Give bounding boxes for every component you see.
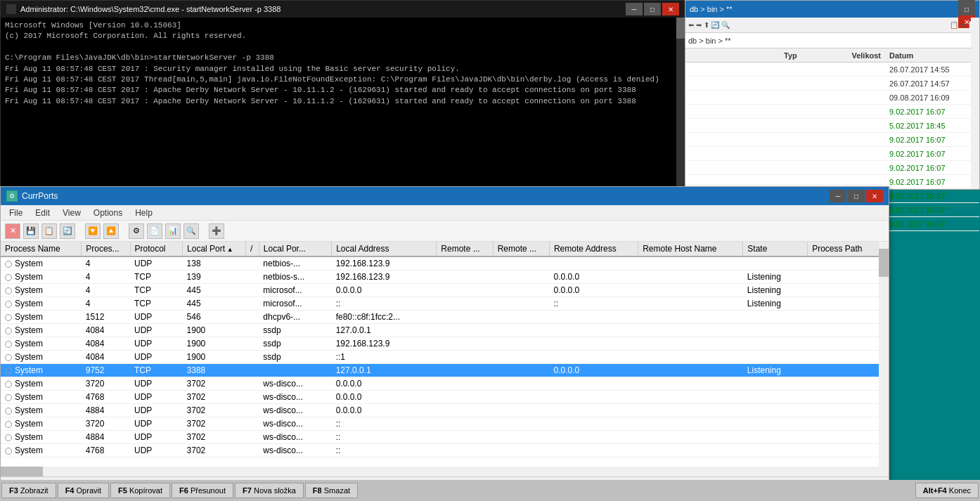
task-altf4-button[interactable]: Alt+F4 Konec: [915, 483, 979, 498]
cmd-window: Administrator: C:\Windows\System32\cmd.e…: [0, 0, 685, 190]
cmd-line-1: (c) 2017 Microsoft Corporation. All righ…: [5, 31, 681, 41]
cmd-scrollbar-thumb[interactable]: [676, 18, 685, 39]
menu-edit[interactable]: Edit: [30, 207, 56, 219]
tb-report-button[interactable]: 📊: [165, 223, 181, 239]
fm-list-item[interactable]: 26.07.2017 14:55: [685, 63, 979, 77]
currports-scrollbar-thumb[interactable]: [879, 249, 889, 277]
currports-table: Process Name Proces... Protocol Local Po…: [1, 242, 889, 457]
col-remote-port[interactable]: Remote ...: [437, 242, 493, 256]
col-sort-indicator[interactable]: /: [246, 242, 259, 256]
fm-col-date: Datum: [885, 51, 976, 60]
task-f3-button[interactable]: F3 Zobrazit: [1, 483, 56, 498]
col-local-port[interactable]: Local Port: [183, 242, 246, 256]
fm-list-item[interactable]: 26.07.2017 14:57: [685, 77, 979, 91]
fm-list-item[interactable]: 9.02.2017 16:07: [685, 161, 979, 175]
cmd-scrollbar[interactable]: [676, 18, 685, 189]
cmd-content: Microsoft Windows [Version 10.0.15063] (…: [1, 18, 685, 189]
fm-list-item[interactable]: 9.02.2017 16:07: [685, 105, 979, 119]
cmd-close-button[interactable]: ✕: [662, 3, 679, 15]
table-row[interactable]: System 1512 UDP 546 dhcpv6-... fe80::c8f…: [1, 311, 889, 324]
currports-win-controls: ─ □ ✕: [830, 190, 883, 202]
table-row[interactable]: System 4084 UDP 1900 ssdp 192.168.123.9: [1, 337, 889, 351]
table-row[interactable]: System 4884 UDP 3702 ws-disco... 0.0.0.0: [1, 404, 889, 417]
fm-col-size: Velikost: [829, 51, 885, 60]
task-f7-button[interactable]: F7 Nova složka: [235, 483, 304, 498]
fm-list-item[interactable]: 9.02.2017 16:07: [685, 147, 979, 161]
tb-filter1-button[interactable]: 🔽: [85, 223, 101, 239]
taskbar: F3 Zobrazit F4 Opravit F5 Kopírovat F6 P…: [0, 480, 980, 501]
col-remote-address[interactable]: Remote Address: [549, 242, 638, 256]
cmd-line-0: Microsoft Windows [Version 10.0.15063]: [5, 20, 681, 31]
tb-misc-button[interactable]: ➕: [209, 223, 224, 239]
tb-copy-button[interactable]: 📋: [41, 223, 57, 239]
menu-help[interactable]: Help: [129, 207, 158, 219]
cmd-line-6: Fri Aug 11 08:57:48 CEST 2017 : Apache D…: [5, 85, 681, 96]
table-header-row: Process Name Proces... Protocol Local Po…: [1, 242, 889, 256]
tb-options-button[interactable]: ⚙: [129, 223, 144, 239]
table-row[interactable]: System 4 UDP 138 netbios-... 192.168.123…: [1, 256, 889, 271]
col-remote-port-name[interactable]: Remote ...: [493, 242, 549, 256]
cmd-titlebar: Administrator: C:\Windows\System32\cmd.e…: [1, 1, 685, 18]
col-pid[interactable]: Proces...: [82, 242, 130, 256]
tb-refresh-button[interactable]: 🔄: [60, 223, 75, 239]
cmd-title: Administrator: C:\Windows\System32\cmd.e…: [20, 5, 621, 13]
menu-view[interactable]: View: [57, 207, 86, 219]
table-row[interactable]: System 9752 TCP 3388 127.0.0.1 0.0.0.0 L…: [1, 364, 889, 377]
table-row[interactable]: System 3720 UDP 3702 ws-disco... 0.0.0.0: [1, 377, 889, 391]
table-row[interactable]: System 4 TCP 139 netbios-s... 192.168.12…: [1, 271, 889, 284]
cmd-maximize-button[interactable]: □: [644, 3, 661, 15]
table-row[interactable]: System 4884 UDP 3702 ws-disco... ::: [1, 431, 889, 444]
table-row[interactable]: System 4 TCP 445 microsof... 0.0.0.0 0.0…: [1, 284, 889, 297]
col-state[interactable]: State: [743, 242, 808, 256]
fm-list-item[interactable]: 09.08.2017 16:09: [685, 91, 979, 105]
col-process-path[interactable]: Process Path: [808, 242, 889, 256]
cmd-line-5: Fri Aug 11 08:57:48 CEST 2017 Thread[mai…: [5, 74, 681, 85]
fm-title: db > bin > **: [690, 5, 955, 13]
currports-icon: ⚙: [6, 190, 18, 202]
menu-file[interactable]: File: [4, 207, 28, 219]
col-local-port-name[interactable]: Local Por...: [259, 242, 331, 256]
menu-options[interactable]: Options: [88, 207, 128, 219]
cmd-win-controls: ─ □ ✕: [626, 3, 679, 15]
col-process-name[interactable]: Process Name: [1, 242, 82, 256]
col-remote-host[interactable]: Remote Host Name: [638, 242, 743, 256]
tb-filter2-button[interactable]: 🔼: [103, 223, 119, 239]
table-row[interactable]: System 4084 UDP 1900 ssdp 127.0.0.1: [1, 324, 889, 337]
cmd-minimize-button[interactable]: ─: [626, 3, 643, 15]
cmd-line-7: Fri Aug 11 08:57:48 CEST 2017 : Apache D…: [5, 96, 681, 107]
task-f8-button[interactable]: F8 Smazat: [305, 483, 358, 498]
currports-table-body: System 4 UDP 138 netbios-... 192.168.123…: [1, 256, 889, 457]
fm-column-header: Typ Velikost Datum: [685, 48, 979, 63]
col-local-address[interactable]: Local Address: [332, 242, 437, 256]
currports-scrollbar[interactable]: [879, 242, 889, 476]
currports-toolbar: ✕ 💾 📋 🔄 🔽 🔼 ⚙ 📄 📊 🔍 ➕: [1, 221, 889, 242]
currports-window: ⚙ CurrPorts ─ □ ✕ File Edit View Options…: [0, 186, 889, 495]
task-f6-button[interactable]: F6 Přesunout: [172, 483, 233, 498]
fm-maximize-button[interactable]: □: [958, 3, 975, 15]
currports-hscrollbar-thumb[interactable]: [1, 467, 43, 476]
currports-restore-button[interactable]: □: [848, 190, 865, 202]
cmd-line-2: [5, 42, 681, 53]
task-f5-button[interactable]: F5 Kopírovat: [110, 483, 170, 498]
tb-html-button[interactable]: 📄: [147, 223, 162, 239]
col-protocol[interactable]: Protocol: [130, 242, 183, 256]
tb-save-button[interactable]: 💾: [23, 223, 39, 239]
fm-list-item[interactable]: 9.02.2017 16:07: [685, 133, 979, 147]
currports-title: CurrPorts: [22, 191, 825, 201]
tb-search-button[interactable]: 🔍: [183, 223, 199, 239]
currports-titlebar: ⚙ CurrPorts ─ □ ✕: [1, 187, 889, 205]
table-row[interactable]: System 4084 UDP 1900 ssdp ::1: [1, 351, 889, 364]
tb-close-button[interactable]: ✕: [5, 223, 20, 239]
cmd-line-4: Fri Aug 11 08:57:48 CEST 2017 : Security…: [5, 64, 681, 74]
table-row[interactable]: System 3720 UDP 3702 ws-disco... ::: [1, 417, 889, 431]
fm-scrollbar[interactable]: [971, 18, 979, 189]
table-row[interactable]: System 4768 UDP 3702 ws-disco... ::: [1, 444, 889, 457]
currports-close-button[interactable]: ✕: [866, 190, 883, 202]
currports-hscrollbar[interactable]: [1, 467, 879, 476]
table-row[interactable]: System 4 TCP 445 microsof... :: :: Liste…: [1, 297, 889, 311]
fm-titlebar: db > bin > ** ─ □ ✕: [685, 1, 979, 18]
fm-list-item[interactable]: 5.02.2017 18:45: [685, 119, 979, 133]
table-row[interactable]: System 4768 UDP 3702 ws-disco... 0.0.0.0: [1, 391, 889, 404]
currports-minimize-button[interactable]: ─: [830, 190, 846, 202]
task-f4-button[interactable]: F4 Opravit: [58, 483, 109, 498]
